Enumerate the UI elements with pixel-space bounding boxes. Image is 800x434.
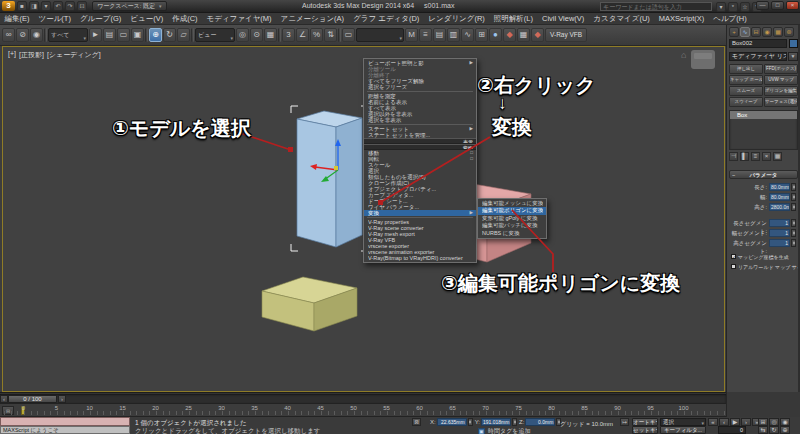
bind-to-space-warp-icon[interactable]: ◉: [30, 28, 43, 42]
stack-tool-icon[interactable]: ⊣: [729, 152, 738, 161]
rectangular-selection-region-icon[interactable]: ▭: [117, 28, 130, 42]
select-and-move-icon[interactable]: ⊕: [149, 28, 162, 42]
vray-vfb-button[interactable]: V-Ray VFB: [545, 28, 587, 42]
parameters-rollout-header[interactable]: パラメータ: [729, 170, 798, 179]
select-and-link-icon[interactable]: ∞: [2, 28, 15, 42]
parameter-value-field[interactable]: 1: [769, 229, 790, 237]
menu-item[interactable]: ビュー(V): [126, 14, 168, 24]
tab-display[interactable]: ▦: [773, 27, 783, 37]
modifier-stack[interactable]: Box: [729, 110, 798, 150]
submenu-item[interactable]: 編集可能パッチに変換: [478, 222, 546, 229]
maxscript-mini-listener[interactable]: MAXScript にようこそ: [0, 426, 130, 434]
menu-item[interactable]: ヘルプ(H): [709, 14, 751, 24]
menu-item[interactable]: カスタマイズ(U): [589, 14, 654, 24]
parameter-value-field[interactable]: 80.0mm: [769, 193, 790, 201]
object-name-field[interactable]: Box002: [729, 39, 787, 48]
viewport-nav-icon[interactable]: ◎: [769, 418, 779, 426]
toolbar-separator[interactable]: [338, 28, 341, 42]
context-menu-item[interactable]: 選択をフリーズ: [364, 84, 476, 90]
menu-item[interactable]: レンダリング(R): [424, 14, 489, 24]
snaps-toggle-icon[interactable]: 3: [282, 28, 295, 42]
mirror-icon[interactable]: M: [405, 28, 418, 42]
workspace-dropdown[interactable]: ワークスペース: 既定: [92, 1, 167, 11]
next-frame-icon[interactable]: ›: [58, 395, 66, 403]
playback-icon[interactable]: ▶: [730, 418, 740, 426]
coordinate-field[interactable]: 191.018mm: [481, 418, 511, 426]
infocenter-icon[interactable]: ☆: [740, 2, 750, 12]
checkbox[interactable]: ✓: [731, 254, 736, 259]
submenu-item[interactable]: 変形可能 gPoly に変換: [478, 215, 546, 222]
coordinate-spinner[interactable]: [468, 418, 473, 426]
named-selection-dropdown[interactable]: [356, 28, 404, 42]
menu-item[interactable]: アニメーション(A): [276, 14, 349, 24]
menu-item[interactable]: Civil View(V): [538, 14, 589, 23]
playback-icon[interactable]: «: [708, 418, 718, 426]
layer-manager-icon[interactable]: ▤: [433, 28, 446, 42]
quick-access-icon[interactable]: ▾: [41, 1, 51, 11]
coordinate-field[interactable]: 22.635mm: [437, 418, 467, 426]
tab-utilities[interactable]: ⊚: [784, 27, 794, 37]
stack-item-box[interactable]: Box: [730, 111, 797, 119]
viewport-menu-general[interactable]: [+]: [8, 50, 16, 60]
select-by-name-icon[interactable]: ▤: [103, 28, 116, 42]
use-pivot-point-center-icon[interactable]: ◎: [236, 28, 249, 42]
minimize-button[interactable]: —: [756, 1, 769, 10]
modifier-button[interactable]: FFD(ボックス): [764, 64, 798, 74]
quick-access-icon[interactable]: ◨: [29, 1, 39, 11]
keyboard-shortcut-override-icon[interactable]: ▦: [264, 28, 277, 42]
submenu-item[interactable]: 編集可能ポリゴンに変換: [478, 207, 546, 214]
tab-modify[interactable]: ∿: [740, 27, 750, 37]
submenu-item[interactable]: NURBS に変換: [478, 230, 546, 237]
selection-filter-dropdown[interactable]: すべて: [48, 28, 88, 42]
menu-item[interactable]: ツール(T): [34, 14, 75, 24]
tab-create[interactable]: +: [729, 27, 739, 37]
checkbox[interactable]: [731, 264, 736, 269]
toolbar-separator[interactable]: [191, 28, 194, 42]
stack-tool-icon[interactable]: ×: [762, 152, 771, 161]
time-slider-rail[interactable]: [0, 394, 726, 403]
tab-hierarchy[interactable]: ⊟: [751, 27, 761, 37]
time-slider-handle[interactable]: 0 / 100: [8, 395, 57, 404]
spinner-control[interactable]: [791, 203, 796, 211]
viewport-menu-pov[interactable]: [正投影]: [19, 50, 44, 60]
spinner-snap-icon[interactable]: ⇅: [324, 28, 337, 42]
viewport-nav-icon[interactable]: ↻: [769, 426, 779, 434]
context-menu-item[interactable]: V-Ray(Bitmap to VRayHDRI) converter: [364, 255, 476, 261]
close-button[interactable]: ×: [786, 1, 799, 10]
coordinate-spinner[interactable]: [512, 418, 517, 426]
track-bar[interactable]: ⊟ 05101520253035404550556065707580859095…: [0, 404, 726, 417]
menu-item[interactable]: 編集(E): [0, 14, 34, 24]
absolute-offset-toggle-icon[interactable]: ↦: [620, 418, 629, 426]
playback-icon[interactable]: ‹: [719, 418, 729, 426]
angle-snap-icon[interactable]: ∠: [296, 28, 309, 42]
render-setup-icon[interactable]: ◆: [503, 28, 516, 42]
select-and-scale-icon[interactable]: ▱: [177, 28, 190, 42]
render-production-icon[interactable]: ◆: [531, 28, 544, 42]
select-and-manipulate-icon[interactable]: ⊙: [250, 28, 263, 42]
viewport-nav-icon[interactable]: ⊕: [780, 426, 790, 434]
modifier-button[interactable]: キャップ ホール: [729, 75, 763, 85]
quick-access-icon[interactable]: ⊡: [77, 1, 87, 11]
stack-tool-icon[interactable]: ▦: [773, 152, 782, 161]
toolbar-separator[interactable]: [278, 28, 281, 42]
viewport-nav-icon[interactable]: ◉: [780, 418, 790, 426]
modifier-list-arrow-icon[interactable]: ▼: [788, 52, 798, 61]
current-frame-field[interactable]: 0: [718, 426, 746, 434]
select-and-rotate-icon[interactable]: ↻: [163, 28, 176, 42]
menu-item[interactable]: グラフ エディタ(D): [349, 14, 424, 24]
infocenter-icon[interactable]: *: [728, 2, 738, 12]
selection-set-dropdown[interactable]: 選択: [660, 418, 706, 426]
curve-editor-icon[interactable]: ∿: [461, 28, 474, 42]
spinner-control[interactable]: [791, 239, 796, 247]
modifier-button[interactable]: 押し出し: [729, 64, 763, 74]
spinner-control[interactable]: [791, 229, 796, 237]
spinner-control[interactable]: [791, 183, 796, 191]
auto-key-button[interactable]: オートキー: [632, 418, 658, 426]
menu-item[interactable]: モディファイヤ(M): [202, 14, 276, 24]
modifier-list-dropdown[interactable]: モディファイヤ リスト: [729, 52, 787, 61]
maximize-button[interactable]: □: [771, 1, 784, 10]
viewport-menu-shading[interactable]: [シェーディング]: [47, 50, 101, 60]
context-menu-item[interactable]: 選択を非表示: [364, 117, 476, 123]
app-logo-icon[interactable]: 3: [2, 1, 15, 11]
menu-item[interactable]: MAXScript(X): [654, 14, 708, 23]
